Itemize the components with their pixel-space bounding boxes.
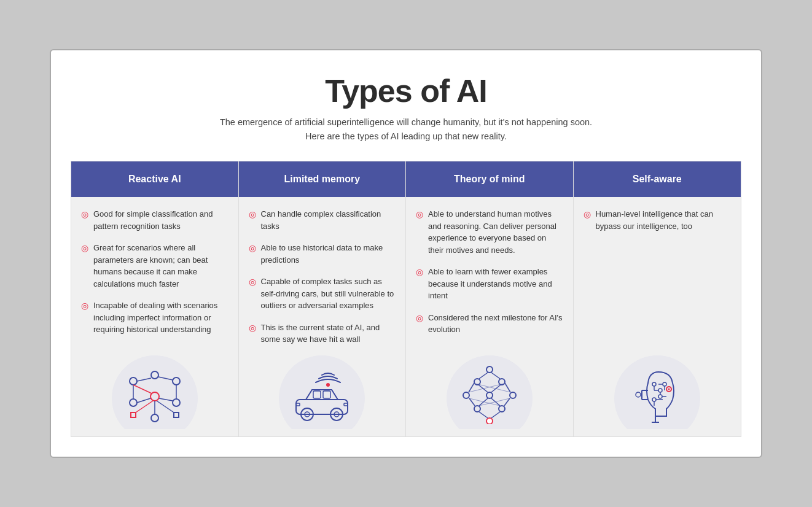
svg-point-5 <box>173 399 180 406</box>
main-card: Types of AI The emergence of artificial … <box>50 49 762 458</box>
col-header-reactive-ai: Reactive AI <box>71 161 238 197</box>
bullet-list-limited-memory: ◎ Can handle complex classification task… <box>249 208 396 355</box>
col-body-self-aware: ◎ Human-level intelligence that can bypa… <box>574 197 741 436</box>
bullet-list-self-aware: ◎ Human-level intelligence that can bypa… <box>584 208 732 355</box>
svg-line-52 <box>479 412 488 418</box>
svg-rect-21 <box>313 391 321 398</box>
list-item: ◎ Incapable of dealing with scenarios in… <box>81 300 228 336</box>
list-item: ◎ Great for scenarios where all paramete… <box>81 242 228 290</box>
svg-point-70 <box>668 388 670 390</box>
svg-point-2 <box>173 377 180 385</box>
bullet-icon: ◎ <box>249 322 256 335</box>
bullet-icon: ◎ <box>584 209 591 221</box>
page-title: Types of AI <box>71 72 741 109</box>
svg-point-32 <box>463 392 469 398</box>
svg-line-38 <box>479 373 488 379</box>
svg-point-7 <box>151 414 158 422</box>
bullet-list-reactive-ai: ◎ Good for simple classification and pat… <box>81 208 228 355</box>
neural-net-icon <box>459 366 520 424</box>
svg-point-19 <box>326 383 330 387</box>
svg-point-64 <box>652 382 656 386</box>
svg-point-65 <box>658 389 662 392</box>
svg-point-68 <box>663 382 666 386</box>
list-item: ◎ Good for simple classification and pat… <box>81 208 228 232</box>
svg-rect-20 <box>296 400 348 414</box>
bullet-icon: ◎ <box>416 266 423 279</box>
svg-rect-8 <box>174 412 179 417</box>
svg-point-33 <box>486 392 493 398</box>
reactive-ai-illustration <box>81 355 228 429</box>
svg-point-35 <box>474 406 480 412</box>
svg-rect-6 <box>131 412 136 417</box>
bullet-icon: ◎ <box>416 209 423 221</box>
list-item: ◎ Able to learn with fewer examples beca… <box>416 266 563 302</box>
page-subtitle: The emergence of artificial superintelli… <box>71 115 741 144</box>
bullet-icon: ◎ <box>81 242 88 255</box>
bullet-icon: ◎ <box>249 276 256 288</box>
svg-line-18 <box>133 385 152 393</box>
svg-line-16 <box>157 401 174 412</box>
col-header-limited-memory: Limited memory <box>239 161 406 197</box>
limited-memory-illustration <box>249 355 396 429</box>
columns-grid: Reactive AI ◎ Good for simple classifica… <box>71 161 741 437</box>
svg-point-3 <box>130 399 137 406</box>
circuit-head-icon <box>625 366 689 424</box>
bullet-icon: ◎ <box>249 209 256 221</box>
svg-line-10 <box>158 377 173 380</box>
svg-line-12 <box>137 398 150 403</box>
col-body-theory-of-mind: ◎ Able to understand human motives and r… <box>406 197 573 436</box>
svg-point-0 <box>130 377 137 385</box>
list-item: ◎ Capable of complex tasks such as self-… <box>249 276 396 312</box>
svg-point-66 <box>658 395 662 398</box>
list-item: ◎ Human-level intelligence that can bypa… <box>584 208 732 232</box>
bullet-list-theory-of-mind: ◎ Able to understand human motives and r… <box>416 208 563 355</box>
col-reactive-ai: Reactive AI ◎ Good for simple classifica… <box>71 161 239 436</box>
svg-rect-22 <box>323 391 330 398</box>
col-theory-of-mind: Theory of mind ◎ Able to understand huma… <box>406 161 574 436</box>
col-body-limited-memory: ◎ Can handle complex classification task… <box>239 197 406 436</box>
list-item: ◎ This is the current state of AI, and s… <box>249 322 396 346</box>
svg-line-9 <box>137 378 151 381</box>
list-item: ◎ Considered the next milestone for AI's… <box>416 312 563 336</box>
self-driving-car-icon <box>285 370 359 424</box>
svg-point-1 <box>151 371 158 379</box>
svg-point-34 <box>510 392 516 398</box>
bullet-icon: ◎ <box>81 209 88 221</box>
list-item: ◎ Can handle complex classification task… <box>249 208 396 232</box>
col-body-reactive-ai: ◎ Good for simple classification and pat… <box>71 197 238 436</box>
col-header-theory-of-mind: Theory of mind <box>406 161 573 197</box>
svg-point-67 <box>652 398 656 401</box>
svg-point-37 <box>486 418 493 424</box>
theory-of-mind-illustration <box>416 355 563 429</box>
svg-line-53 <box>491 412 500 418</box>
list-item: ◎ Able to understand human motives and r… <box>416 208 563 256</box>
bullet-icon: ◎ <box>249 242 256 255</box>
page-header: Types of AI The emergence of artificial … <box>71 72 741 144</box>
col-limited-memory: Limited memory ◎ Can handle complex clas… <box>239 161 407 436</box>
svg-point-29 <box>486 366 493 373</box>
bullet-icon: ◎ <box>416 312 423 325</box>
self-aware-illustration <box>584 355 732 429</box>
col-self-aware: Self-aware ◎ Human-level intelligence th… <box>574 161 741 436</box>
svg-line-13 <box>159 398 173 401</box>
svg-point-74 <box>636 392 641 397</box>
svg-point-4 <box>150 392 159 401</box>
svg-point-36 <box>499 406 505 412</box>
bullet-icon: ◎ <box>81 300 88 312</box>
reactive-ai-icon <box>121 369 189 424</box>
list-item: ◎ Able to use historical data to make pr… <box>249 242 396 266</box>
svg-line-39 <box>491 373 500 379</box>
col-header-self-aware: Self-aware <box>574 161 741 197</box>
